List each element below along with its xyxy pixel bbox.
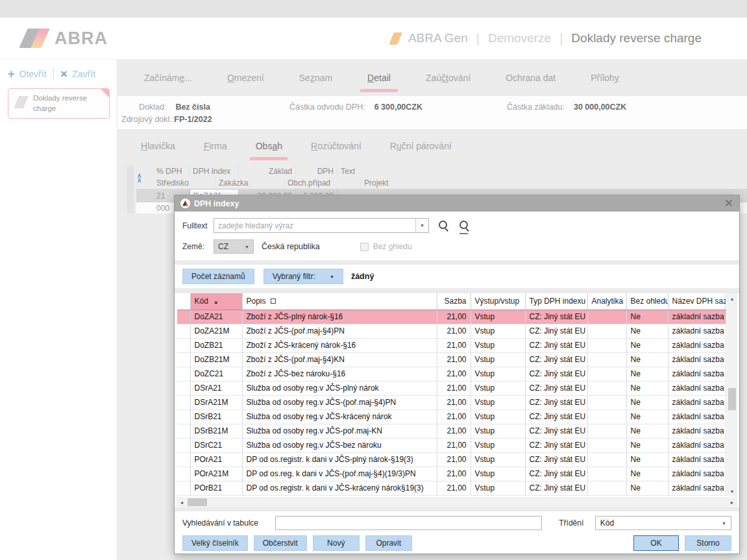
- cell[interactable]: 21,00: [437, 452, 471, 467]
- cell[interactable]: základní sazba: [668, 424, 726, 438]
- cell[interactable]: Služba od osoby reg.v JČS-bez nároku: [242, 438, 437, 452]
- cell[interactable]: Ne: [626, 424, 668, 438]
- cell[interactable]: DoZB21: [190, 338, 242, 352]
- cell[interactable]: základní sazba: [668, 352, 726, 367]
- sidebar-item-doklady-reverse-charge[interactable]: Doklady reverse charge: [8, 88, 110, 119]
- cell[interactable]: Vstup: [471, 338, 525, 352]
- collapse-rows-icon[interactable]: ∧∧: [137, 173, 141, 182]
- cell[interactable]: POrA21: [190, 452, 242, 467]
- cell[interactable]: základní sazba: [668, 324, 726, 338]
- cell[interactable]: CZ: Jiný stát EU: [525, 409, 587, 424]
- cell[interactable]: [587, 481, 626, 495]
- tab-hlavicka[interactable]: Hlavička: [127, 140, 190, 155]
- table-row[interactable]: POrA21MDP od os.reg. k dani v JČS-(poř.m…: [177, 467, 726, 481]
- cell[interactable]: 21,00: [437, 324, 471, 338]
- velky-ciselnik-button[interactable]: Velký číselník: [182, 535, 248, 551]
- vybrany-filtr-dropdown[interactable]: Vybraný filtr: ▼: [263, 269, 343, 284]
- storno-button[interactable]: Storno: [685, 535, 731, 551]
- cell[interactable]: [587, 424, 626, 438]
- cell[interactable]: Ne: [626, 381, 668, 395]
- cell[interactable]: Ne: [626, 324, 668, 338]
- cell[interactable]: základní sazba: [668, 338, 726, 352]
- cell[interactable]: [587, 338, 626, 352]
- row-selector[interactable]: [177, 467, 190, 481]
- cell[interactable]: Vstup: [471, 481, 525, 495]
- tab-rucni-parovani[interactable]: Ruční párování: [376, 140, 466, 155]
- dialog-close-icon[interactable]: ✕: [724, 198, 733, 209]
- table-row[interactable]: DSrA21Služba od osoby reg.v JČS-plný nár…: [177, 381, 726, 395]
- table-row[interactable]: POrA21DP od os.registr. k dani v JČS-pln…: [177, 452, 726, 467]
- col-analytika[interactable]: Analytika: [587, 293, 626, 310]
- cell[interactable]: 21,00: [437, 438, 471, 452]
- close-button[interactable]: ✕ Zavřít: [60, 69, 96, 79]
- cell[interactable]: Ne: [626, 467, 668, 481]
- tab-firma[interactable]: Firma: [190, 140, 241, 155]
- col-dph-pct[interactable]: % DPH: [153, 165, 190, 177]
- horizontal-scrollbar[interactable]: ◄ ►: [177, 497, 737, 507]
- tab-obsah[interactable]: Obsah: [241, 140, 297, 155]
- cell[interactable]: základní sazba: [668, 467, 726, 481]
- cell[interactable]: základní sazba: [668, 452, 726, 467]
- scroll-right-icon[interactable]: ►: [727, 497, 737, 507]
- table-row[interactable]: DoZB21MZboží z JČS-(poř.maj-§4)KN21,00Vs…: [177, 352, 726, 367]
- fulltext-input[interactable]: [214, 221, 415, 230]
- cell[interactable]: CZ: Jiný stát EU: [525, 467, 587, 481]
- cell[interactable]: DSrB21: [190, 409, 242, 424]
- cell[interactable]: 21,00: [437, 467, 471, 481]
- cell[interactable]: DSrA21: [190, 381, 242, 395]
- cell[interactable]: 21,00: [437, 481, 471, 495]
- table-row[interactable]: DoZB21Zboží z JČS-krácený nárok-§1621,00…: [177, 338, 726, 352]
- cell[interactable]: základní sazba: [668, 310, 726, 324]
- scroll-up-icon[interactable]: ▲: [727, 293, 737, 304]
- cell[interactable]: CZ: Jiný stát EU: [525, 438, 587, 452]
- tab-prilohy[interactable]: Přílohy: [573, 71, 637, 87]
- col-projekt[interactable]: Projekt: [361, 177, 747, 189]
- cell[interactable]: Vstup: [471, 367, 525, 381]
- table-row[interactable]: DoZA21MZboží z JČS-(poř.maj-§4)PN21,00Vs…: [177, 324, 726, 338]
- cell[interactable]: CZ: Jiný stát EU: [525, 381, 587, 395]
- row-selector[interactable]: [177, 438, 190, 452]
- cell[interactable]: DoZA21M: [190, 324, 242, 338]
- cell[interactable]: [587, 467, 626, 481]
- checkbox-icon[interactable]: [360, 243, 369, 251]
- obcerstvit-button[interactable]: Občerstvit: [254, 535, 307, 551]
- row-selector[interactable]: [177, 395, 190, 409]
- cell[interactable]: Zboží z JČS-(poř.maj-§4)KN: [242, 352, 437, 367]
- cell[interactable]: Ne: [626, 310, 668, 324]
- cell[interactable]: 21,00: [437, 367, 471, 381]
- cell[interactable]: základní sazba: [668, 438, 726, 452]
- cell[interactable]: [587, 324, 626, 338]
- cell[interactable]: Ne: [626, 452, 668, 467]
- cell[interactable]: CZ: Jiný stát EU: [525, 424, 587, 438]
- cell[interactable]: DP od os.reg. k dani v JČS-(poř.maj-§4)(…: [242, 467, 437, 481]
- cell[interactable]: [587, 438, 626, 452]
- tab-zaciname[interactable]: Začínáme...: [127, 71, 210, 87]
- cell[interactable]: Ne: [626, 338, 668, 352]
- table-row[interactable]: DoZC21Zboží z JČS-bez nároku-§1621,00Vst…: [177, 367, 726, 381]
- cell[interactable]: DoZB21M: [190, 352, 242, 367]
- h-scroll-thumb[interactable]: [188, 498, 207, 506]
- cell[interactable]: 21,00: [437, 381, 471, 395]
- cell[interactable]: Vstup: [471, 310, 525, 324]
- cell[interactable]: [587, 452, 626, 467]
- tab-omezeni[interactable]: Omezení: [210, 71, 282, 87]
- cell[interactable]: DSrB21M: [190, 424, 242, 438]
- col-sazba[interactable]: Sazba: [437, 293, 471, 310]
- cell[interactable]: Vstup: [471, 452, 525, 467]
- cell[interactable]: [587, 381, 626, 395]
- row-selector[interactable]: [177, 324, 190, 338]
- cell[interactable]: Služba od osoby reg.v JČS-(poř.maj-§4)PN: [242, 395, 437, 409]
- col-typ-dph-indexu[interactable]: Typ DPH indexu: [525, 293, 587, 310]
- cell[interactable]: Vstup: [471, 395, 525, 409]
- fulltext-dropdown-icon[interactable]: ▼: [415, 219, 428, 232]
- row-selector[interactable]: [177, 310, 190, 324]
- col-bez-ohledu[interactable]: Bez ohledu: [626, 293, 668, 310]
- cell[interactable]: Ne: [626, 395, 668, 409]
- cell[interactable]: CZ: Jiný stát EU: [525, 338, 587, 352]
- tab-zauctovani[interactable]: Zaúčtování: [408, 71, 488, 87]
- cell[interactable]: DSrA21M: [190, 395, 242, 409]
- cell[interactable]: 21,00: [437, 395, 471, 409]
- col-dph[interactable]: DPH: [296, 165, 337, 177]
- cell[interactable]: Ne: [626, 438, 668, 452]
- tab-ochrana-dat[interactable]: Ochrana dat: [488, 71, 573, 87]
